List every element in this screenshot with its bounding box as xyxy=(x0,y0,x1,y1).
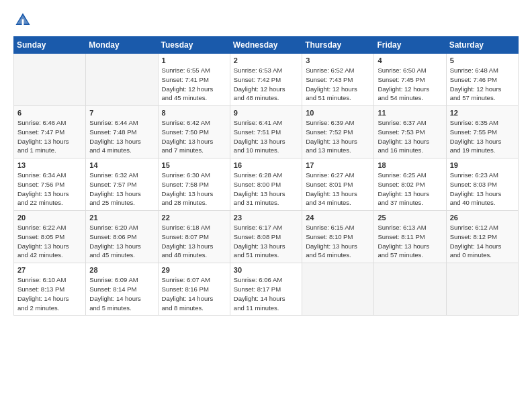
day-number: 19 xyxy=(450,161,515,169)
calendar-day-cell: 13Sunrise: 6:34 AM Sunset: 7:56 PM Dayli… xyxy=(14,158,86,211)
calendar-day-cell: 25Sunrise: 6:13 AM Sunset: 8:11 PM Dayli… xyxy=(374,211,446,263)
day-detail: Sunrise: 6:48 AM Sunset: 7:46 PM Dayligh… xyxy=(450,66,515,103)
day-number: 8 xyxy=(162,109,226,117)
day-number: 30 xyxy=(234,266,298,274)
calendar-day-cell: 15Sunrise: 6:30 AM Sunset: 7:58 PM Dayli… xyxy=(158,158,230,211)
day-detail: Sunrise: 6:41 AM Sunset: 7:51 PM Dayligh… xyxy=(234,118,298,155)
calendar-week-row: 1Sunrise: 6:55 AM Sunset: 7:41 PM Daylig… xyxy=(14,54,519,106)
day-detail: Sunrise: 6:39 AM Sunset: 7:52 PM Dayligh… xyxy=(306,118,370,155)
calendar-day-cell: 27Sunrise: 6:10 AM Sunset: 8:13 PM Dayli… xyxy=(14,263,86,316)
calendar-day-cell: 9Sunrise: 6:41 AM Sunset: 7:51 PM Daylig… xyxy=(230,106,302,158)
day-number: 28 xyxy=(89,266,154,274)
day-number: 29 xyxy=(162,266,226,274)
calendar-day-cell: 20Sunrise: 6:22 AM Sunset: 8:05 PM Dayli… xyxy=(14,211,86,263)
calendar-day-cell: 4Sunrise: 6:50 AM Sunset: 7:45 PM Daylig… xyxy=(374,54,446,106)
day-detail: Sunrise: 6:34 AM Sunset: 7:56 PM Dayligh… xyxy=(17,171,82,208)
calendar-day-cell: 26Sunrise: 6:12 AM Sunset: 8:12 PM Dayli… xyxy=(446,211,518,263)
calendar-day-cell: 21Sunrise: 6:20 AM Sunset: 8:06 PM Dayli… xyxy=(86,211,158,263)
day-detail: Sunrise: 6:50 AM Sunset: 7:45 PM Dayligh… xyxy=(378,66,442,103)
calendar-day-cell: 30Sunrise: 6:06 AM Sunset: 8:17 PM Dayli… xyxy=(230,263,302,316)
day-number: 17 xyxy=(306,161,370,169)
day-number: 26 xyxy=(450,214,515,222)
day-detail: Sunrise: 6:10 AM Sunset: 8:13 PM Dayligh… xyxy=(17,275,82,312)
page: SundayMondayTuesdayWednesdayThursdayFrid… xyxy=(0,0,532,411)
day-number: 20 xyxy=(17,214,82,222)
calendar-day-cell: 2Sunrise: 6:53 AM Sunset: 7:42 PM Daylig… xyxy=(230,54,302,106)
day-detail: Sunrise: 6:09 AM Sunset: 8:14 PM Dayligh… xyxy=(89,275,154,312)
day-detail: Sunrise: 6:32 AM Sunset: 7:57 PM Dayligh… xyxy=(89,171,154,208)
calendar-day-header: Friday xyxy=(374,37,446,54)
day-detail: Sunrise: 6:52 AM Sunset: 7:43 PM Dayligh… xyxy=(306,66,370,103)
day-detail: Sunrise: 6:37 AM Sunset: 7:53 PM Dayligh… xyxy=(378,118,442,155)
day-number: 3 xyxy=(306,56,370,64)
logo xyxy=(13,11,35,30)
day-detail: Sunrise: 6:55 AM Sunset: 7:41 PM Dayligh… xyxy=(162,66,226,103)
calendar-day-header: Wednesday xyxy=(230,37,302,54)
day-detail: Sunrise: 6:25 AM Sunset: 8:02 PM Dayligh… xyxy=(378,171,442,208)
calendar-day-cell: 18Sunrise: 6:25 AM Sunset: 8:02 PM Dayli… xyxy=(374,158,446,211)
calendar-day-cell xyxy=(86,54,158,106)
calendar-week-row: 20Sunrise: 6:22 AM Sunset: 8:05 PM Dayli… xyxy=(14,211,519,263)
day-detail: Sunrise: 6:12 AM Sunset: 8:12 PM Dayligh… xyxy=(450,223,515,260)
day-detail: Sunrise: 6:28 AM Sunset: 8:00 PM Dayligh… xyxy=(234,171,298,208)
day-detail: Sunrise: 6:42 AM Sunset: 7:50 PM Dayligh… xyxy=(162,118,226,155)
day-number: 18 xyxy=(378,161,442,169)
day-number: 14 xyxy=(89,161,154,169)
calendar-day-cell: 7Sunrise: 6:44 AM Sunset: 7:48 PM Daylig… xyxy=(86,106,158,158)
day-number: 4 xyxy=(378,56,442,64)
calendar-day-cell: 10Sunrise: 6:39 AM Sunset: 7:52 PM Dayli… xyxy=(302,106,374,158)
calendar-week-row: 6Sunrise: 6:46 AM Sunset: 7:47 PM Daylig… xyxy=(14,106,519,158)
day-detail: Sunrise: 6:07 AM Sunset: 8:16 PM Dayligh… xyxy=(162,275,226,312)
day-number: 15 xyxy=(162,161,226,169)
calendar-day-cell: 29Sunrise: 6:07 AM Sunset: 8:16 PM Dayli… xyxy=(158,263,230,316)
day-detail: Sunrise: 6:46 AM Sunset: 7:47 PM Dayligh… xyxy=(17,118,82,155)
day-number: 24 xyxy=(306,214,370,222)
calendar-day-cell xyxy=(374,263,446,316)
svg-rect-2 xyxy=(22,19,24,25)
calendar-week-row: 13Sunrise: 6:34 AM Sunset: 7:56 PM Dayli… xyxy=(14,158,519,211)
calendar: SundayMondayTuesdayWednesdayThursdayFrid… xyxy=(13,36,519,316)
day-detail: Sunrise: 6:18 AM Sunset: 8:07 PM Dayligh… xyxy=(162,223,226,260)
day-detail: Sunrise: 6:15 AM Sunset: 8:10 PM Dayligh… xyxy=(306,223,370,260)
day-detail: Sunrise: 6:17 AM Sunset: 8:08 PM Dayligh… xyxy=(234,223,298,260)
calendar-day-cell: 14Sunrise: 6:32 AM Sunset: 7:57 PM Dayli… xyxy=(86,158,158,211)
calendar-day-cell: 22Sunrise: 6:18 AM Sunset: 8:07 PM Dayli… xyxy=(158,211,230,263)
day-number: 27 xyxy=(17,266,82,274)
day-number: 16 xyxy=(234,161,298,169)
calendar-day-cell xyxy=(302,263,374,316)
day-detail: Sunrise: 6:44 AM Sunset: 7:48 PM Dayligh… xyxy=(89,118,154,155)
day-number: 21 xyxy=(89,214,154,222)
calendar-day-cell xyxy=(14,54,86,106)
day-detail: Sunrise: 6:30 AM Sunset: 7:58 PM Dayligh… xyxy=(162,171,226,208)
day-detail: Sunrise: 6:35 AM Sunset: 7:55 PM Dayligh… xyxy=(450,118,515,155)
calendar-day-cell: 12Sunrise: 6:35 AM Sunset: 7:55 PM Dayli… xyxy=(446,106,518,158)
calendar-day-cell: 23Sunrise: 6:17 AM Sunset: 8:08 PM Dayli… xyxy=(230,211,302,263)
calendar-week-row: 27Sunrise: 6:10 AM Sunset: 8:13 PM Dayli… xyxy=(14,263,519,316)
day-detail: Sunrise: 6:13 AM Sunset: 8:11 PM Dayligh… xyxy=(378,223,442,260)
day-detail: Sunrise: 6:53 AM Sunset: 7:42 PM Dayligh… xyxy=(234,66,298,103)
calendar-day-cell: 19Sunrise: 6:23 AM Sunset: 8:03 PM Dayli… xyxy=(446,158,518,211)
calendar-day-cell: 6Sunrise: 6:46 AM Sunset: 7:47 PM Daylig… xyxy=(14,106,86,158)
day-detail: Sunrise: 6:06 AM Sunset: 8:17 PM Dayligh… xyxy=(234,275,298,312)
day-detail: Sunrise: 6:22 AM Sunset: 8:05 PM Dayligh… xyxy=(17,223,82,260)
day-number: 9 xyxy=(234,109,298,117)
day-number: 5 xyxy=(450,56,515,64)
day-number: 13 xyxy=(17,161,82,169)
day-number: 23 xyxy=(234,214,298,222)
day-number: 11 xyxy=(378,109,442,117)
header xyxy=(13,11,519,30)
day-number: 12 xyxy=(450,109,515,117)
calendar-day-cell: 1Sunrise: 6:55 AM Sunset: 7:41 PM Daylig… xyxy=(158,54,230,106)
calendar-day-cell: 28Sunrise: 6:09 AM Sunset: 8:14 PM Dayli… xyxy=(86,263,158,316)
day-number: 6 xyxy=(17,109,82,117)
calendar-day-header: Thursday xyxy=(302,37,374,54)
calendar-day-cell: 24Sunrise: 6:15 AM Sunset: 8:10 PM Dayli… xyxy=(302,211,374,263)
day-number: 2 xyxy=(234,56,298,64)
calendar-day-cell: 8Sunrise: 6:42 AM Sunset: 7:50 PM Daylig… xyxy=(158,106,230,158)
calendar-day-header: Monday xyxy=(86,37,158,54)
calendar-day-cell: 11Sunrise: 6:37 AM Sunset: 7:53 PM Dayli… xyxy=(374,106,446,158)
calendar-day-cell xyxy=(446,263,518,316)
day-detail: Sunrise: 6:27 AM Sunset: 8:01 PM Dayligh… xyxy=(306,171,370,208)
day-number: 1 xyxy=(162,56,226,64)
calendar-header-row: SundayMondayTuesdayWednesdayThursdayFrid… xyxy=(14,37,519,54)
